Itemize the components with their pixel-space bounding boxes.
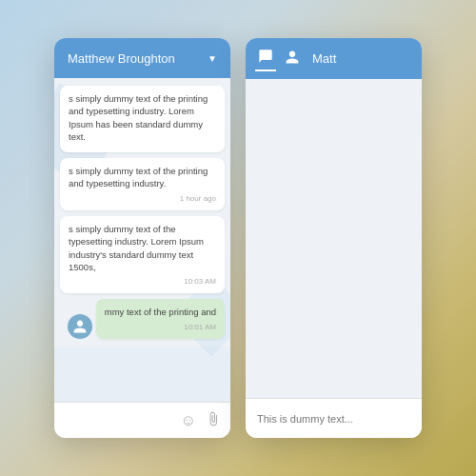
right-phone: Matt (246, 38, 422, 438)
message-bubble-incoming: s simply dummy text of the typesetting i… (60, 216, 225, 293)
message-row: s simply dummy text of the typesetting i… (60, 216, 225, 293)
message-timestamp: 10:01 AM (105, 322, 216, 332)
message-bubble-outgoing: mmy text of the printing and 10:01 AM (96, 299, 225, 338)
message-row: s simply dummy text of the printing and … (60, 86, 225, 152)
chat-tab-icon[interactable] (255, 46, 276, 71)
contact-tab-icon[interactable] (282, 47, 303, 70)
message-list: s simply dummy text of the printing and … (54, 78, 230, 347)
emoji-icon[interactable]: ☺ (181, 412, 196, 429)
right-header-title: Matt (312, 51, 336, 66)
user-icon (72, 319, 88, 334)
left-phone: Matthew Broughton ▼ s simply dummy text … (54, 38, 230, 438)
message-row: s simply dummy text of the printing and … (60, 158, 225, 210)
message-timestamp: 1 hour ago (69, 193, 216, 204)
contact-name: Matthew Broughton (68, 51, 175, 66)
attach-icon[interactable] (206, 411, 221, 430)
right-input-bar[interactable] (246, 398, 422, 438)
left-phone-header: Matthew Broughton ▼ (54, 38, 230, 78)
message-text: s simply dummy text of the typesetting i… (69, 224, 204, 272)
right-chat-area (246, 79, 422, 398)
chat-area: s simply dummy text of the printing and … (54, 78, 230, 402)
message-text: mmy text of the printing and (105, 307, 216, 317)
message-timestamp: 10:03 AM (69, 276, 216, 287)
message-bubble-incoming: s simply dummy text of the printing and … (60, 86, 225, 152)
chat-input-bar: ☺ (54, 402, 230, 438)
message-text: s simply dummy text of the printing and … (69, 166, 208, 188)
message-row-outgoing: mmy text of the printing and 10:01 AM (60, 299, 225, 338)
message-bubble-incoming: s simply dummy text of the printing and … (60, 158, 225, 210)
chevron-down-icon[interactable]: ▼ (208, 53, 217, 64)
right-phone-header: Matt (246, 38, 422, 79)
avatar (68, 314, 92, 339)
message-input[interactable] (257, 413, 410, 425)
message-text: s simply dummy text of the printing and … (69, 93, 208, 142)
